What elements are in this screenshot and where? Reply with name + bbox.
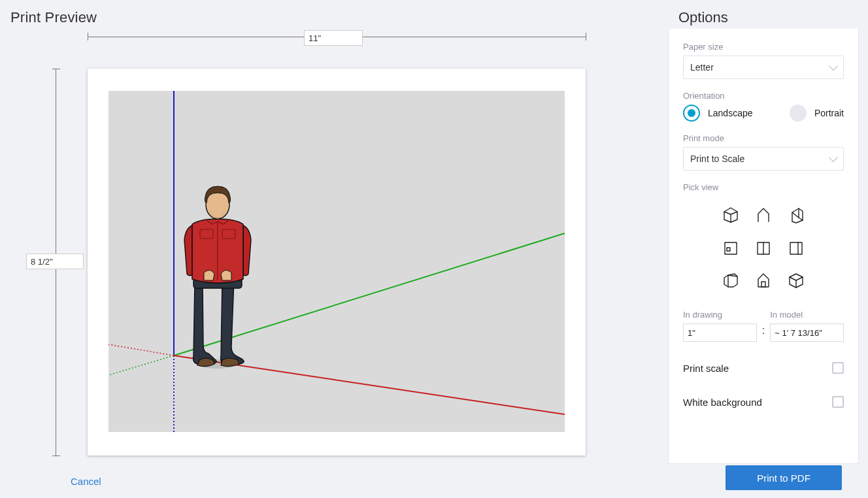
in-drawing-label: In drawing	[683, 310, 757, 320]
paper-size-select[interactable]: Letter	[683, 56, 844, 79]
ruler-left-tick-top	[52, 69, 60, 69]
view-persp-front-icon	[754, 271, 773, 290]
paper-size-label: Paper size	[683, 42, 844, 52]
print-mode-label: Print mode	[683, 133, 844, 143]
print-scale-checkbox[interactable]	[832, 362, 844, 374]
pick-view-label: Pick view	[683, 182, 844, 192]
page-width-input[interactable]	[304, 30, 363, 46]
view-top-icon	[754, 206, 773, 224]
paper-size-value: Letter	[690, 62, 714, 73]
view-back-icon	[754, 239, 773, 257]
chevron-down-icon	[829, 61, 838, 71]
svg-rect-0	[108, 91, 565, 432]
orientation-portrait-label: Portrait	[814, 108, 844, 118]
svg-rect-17	[790, 242, 802, 254]
svg-rect-14	[727, 248, 730, 251]
in-model-label: In model	[770, 310, 844, 320]
print-to-pdf-button[interactable]: Print to PDF	[726, 465, 842, 490]
view-right-icon	[787, 239, 805, 257]
white-background-checkbox[interactable]	[832, 396, 844, 408]
chevron-down-icon	[829, 153, 838, 162]
view-left-icon	[722, 271, 740, 290]
view-persp-back-icon	[787, 271, 805, 290]
view-iso-button[interactable]	[714, 199, 747, 231]
view-persp-back-button[interactable]	[780, 264, 812, 297]
preview-page	[88, 69, 586, 456]
view-top-button[interactable]	[747, 199, 780, 231]
view-front-button[interactable]	[714, 231, 747, 264]
print-mode-select[interactable]: Print to Scale	[683, 147, 844, 171]
orientation-landscape-radio[interactable]	[683, 105, 700, 122]
options-title: Options	[678, 9, 728, 26]
view-bottom-icon	[787, 206, 805, 224]
print-scale-label: Print scale	[683, 363, 729, 374]
preview-scene	[108, 91, 565, 432]
view-iso-icon	[722, 206, 740, 224]
svg-rect-19	[761, 282, 765, 287]
ruler-left-tick-bottom	[52, 456, 60, 456]
orientation-label: Orientation	[683, 91, 844, 101]
page-title: Print Preview	[10, 9, 97, 26]
ruler-top-tick-right	[586, 33, 586, 41]
view-left-button[interactable]	[714, 264, 747, 297]
cancel-button[interactable]: Cancel	[71, 476, 101, 487]
scale-separator: :	[761, 325, 766, 337]
options-panel: Paper size Letter Orientation Landscape …	[668, 29, 859, 464]
print-mode-value: Print to Scale	[690, 154, 744, 164]
ruler-top-tick-left	[88, 33, 88, 41]
orientation-landscape-label: Landscape	[708, 108, 753, 118]
view-front-icon	[722, 239, 740, 257]
in-drawing-input[interactable]	[683, 324, 757, 342]
view-persp-front-button[interactable]	[747, 264, 780, 297]
orientation-portrait-radio[interactable]	[790, 105, 807, 122]
view-right-button[interactable]	[780, 231, 812, 264]
page-height-input[interactable]	[26, 254, 84, 269]
view-back-button[interactable]	[747, 231, 780, 264]
view-bottom-button[interactable]	[780, 199, 812, 231]
white-background-label: White background	[683, 397, 762, 408]
in-model-input[interactable]	[770, 324, 844, 342]
